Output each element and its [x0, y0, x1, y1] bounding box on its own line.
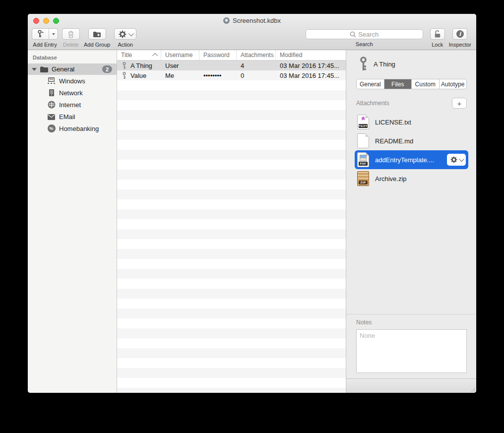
- column-label: Username: [165, 52, 192, 59]
- cell-attachments: 0: [237, 72, 276, 79]
- search-placeholder: Search: [358, 31, 378, 38]
- inspector-panel: A Thing General Files Custom Autotype At…: [346, 50, 476, 393]
- disclosure-triangle-icon[interactable]: [32, 68, 37, 71]
- cell-username: Me: [161, 72, 199, 79]
- entry-header: A Thing: [359, 57, 467, 71]
- cell-password: ••••••••: [199, 72, 237, 79]
- sort-ascending-icon: [152, 53, 158, 59]
- sidebar-item-label: EMail: [59, 113, 75, 121]
- add-entry-button[interactable]: +: [32, 28, 58, 40]
- resize-grip[interactable]: [470, 387, 475, 392]
- sidebar-section-header: Database: [28, 50, 117, 63]
- key-icon: [122, 62, 126, 69]
- inspector-label: Inspector: [449, 42, 471, 48]
- attachment-row[interactable]: README.md: [355, 131, 468, 150]
- key-icon: [122, 72, 126, 79]
- gear-icon: [119, 30, 126, 38]
- toolbar-item-lock: Lock: [430, 28, 445, 48]
- sidebar: Database General 2 Windows Network: [28, 50, 117, 393]
- key-plus-icon[interactable]: +: [32, 29, 49, 39]
- sidebar-item-email[interactable]: EMail: [28, 111, 117, 123]
- document-proxy-icon[interactable]: [223, 17, 230, 24]
- notes-label: Notes: [356, 319, 467, 326]
- notes-input[interactable]: [356, 329, 467, 373]
- sidebar-item-label: Homebanking: [59, 125, 99, 132]
- add-attachment-button[interactable]: +: [452, 98, 467, 109]
- sidebar-item-windows[interactable]: Windows: [28, 75, 117, 87]
- inspector-button[interactable]: i: [452, 28, 467, 40]
- action-button[interactable]: [114, 28, 136, 40]
- percent-icon: %: [47, 124, 56, 133]
- inspector-footer: [346, 378, 476, 393]
- sidebar-item-label: Network: [59, 89, 83, 97]
- tab-general[interactable]: General: [357, 79, 384, 89]
- gear-icon: [450, 156, 457, 163]
- window-title-wrap: Screenshot.kdbx: [28, 14, 476, 27]
- attachment-name: addEntryTemplate....: [375, 156, 434, 164]
- search-input[interactable]: Search: [306, 29, 423, 39]
- column-header-title[interactable]: Title: [117, 50, 161, 60]
- sidebar-item-label: General: [52, 65, 74, 73]
- toolbar-item-inspector: i Inspector: [449, 28, 471, 48]
- info-icon: i: [456, 30, 464, 38]
- search-label: Search: [356, 41, 373, 47]
- add-entry-dropdown-arrow[interactable]: [49, 29, 58, 39]
- text-file-icon: *TEXT: [357, 115, 369, 129]
- tab-autotype[interactable]: Autotype: [440, 79, 467, 89]
- toolbar-item-search: Search Search: [306, 28, 423, 47]
- titlebar[interactable]: Screenshot.kdbx: [28, 14, 476, 27]
- delete-button[interactable]: [62, 28, 80, 40]
- inspector-tabs: General Files Custom Autotype: [356, 79, 467, 89]
- svg-text:+: +: [42, 31, 44, 34]
- attachments-label: Attachments: [356, 100, 389, 107]
- sidebar-item-network[interactable]: Network: [28, 87, 117, 99]
- server-icon: [47, 89, 56, 97]
- search-icon: [350, 31, 356, 38]
- delete-label: Delete: [63, 42, 79, 48]
- table-row[interactable]: Value Me •••••••• 0 03 Mar 2016 17:45...: [117, 70, 346, 80]
- cell-modified: 03 Mar 2016 17:45...: [276, 62, 346, 69]
- inspector-spacer: [346, 188, 476, 314]
- sidebar-item-internet[interactable]: Internet: [28, 99, 117, 111]
- chevron-down-icon: [128, 30, 133, 36]
- entry-title: A Thing: [374, 61, 395, 68]
- column-header-modified[interactable]: Modified: [276, 50, 346, 60]
- triangle-down-icon: [52, 33, 55, 35]
- tab-custom[interactable]: Custom: [412, 79, 440, 89]
- attachment-row-selected[interactable]: PDF addEntryTemplate....: [355, 150, 468, 169]
- toolbar-item-add-group: Add Group: [84, 28, 110, 48]
- sidebar-item-general[interactable]: General 2: [28, 63, 117, 75]
- column-header-attachments[interactable]: Attachments: [237, 50, 276, 60]
- empty-table-rows[interactable]: [117, 80, 346, 393]
- cell-username: User: [161, 62, 199, 69]
- sidebar-item-homebanking[interactable]: % Homebanking: [28, 123, 117, 134]
- column-header-password[interactable]: Password: [199, 50, 237, 60]
- notes-section: Notes: [346, 314, 476, 378]
- toolbar: + Add Entry Delete Add Group: [28, 27, 476, 48]
- toolbar-item-add-entry: + Add Entry: [32, 28, 58, 48]
- pdf-file-icon: PDF: [357, 152, 369, 167]
- cell-modified: 03 Mar 2016 17:45...: [276, 72, 346, 79]
- tab-files[interactable]: Files: [384, 79, 412, 89]
- add-group-button[interactable]: [88, 28, 106, 40]
- attachment-action-button[interactable]: [447, 154, 466, 166]
- column-header-username[interactable]: Username: [161, 50, 199, 60]
- column-label: Attachments: [241, 52, 274, 59]
- app-window: Screenshot.kdbx + Add Entry Delete: [28, 14, 476, 393]
- folder-plus-icon: [93, 31, 101, 38]
- sidebar-item-label: Internet: [59, 101, 81, 109]
- table-header: Title Username Password Attachments Modi…: [117, 50, 346, 61]
- attachment-row[interactable]: *TEXT LICENSE.txt: [355, 113, 468, 131]
- attachment-list: *TEXT LICENSE.txt README.md PDF addEntry…: [355, 113, 468, 188]
- attachment-name: Archive.zip: [375, 175, 407, 183]
- toolbar-item-delete: Delete: [62, 28, 80, 48]
- sidebar-item-label: Windows: [59, 77, 85, 85]
- column-label: Modified: [280, 52, 302, 59]
- lock-button[interactable]: [430, 28, 445, 40]
- window-header: Screenshot.kdbx + Add Entry Delete: [28, 14, 476, 50]
- globe-icon: [47, 101, 56, 109]
- folder-icon: [40, 66, 49, 73]
- attachment-row[interactable]: ZIP Archive.zip: [355, 169, 468, 188]
- table-row[interactable]: A Thing User 4 03 Mar 2016 17:45...: [117, 61, 346, 70]
- attachment-name: README.md: [375, 137, 413, 145]
